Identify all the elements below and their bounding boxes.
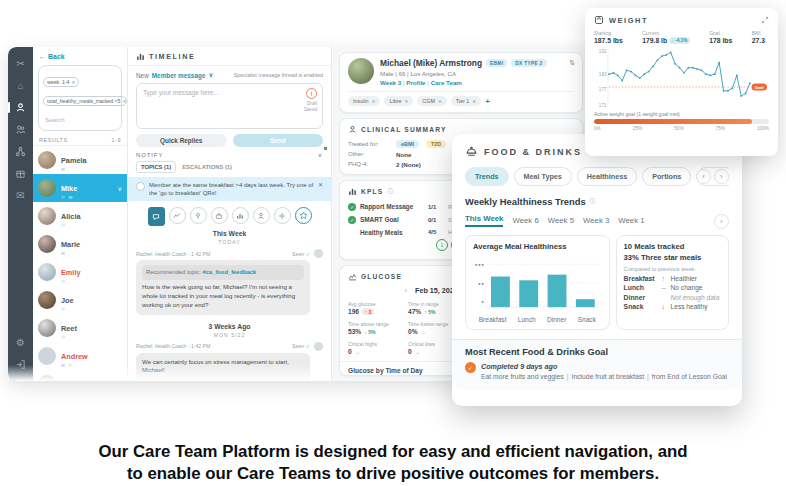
care-team-link[interactable]: Care Team [431, 79, 462, 86]
tab-trends[interactable]: Trends [465, 167, 509, 186]
message-type-dropdown[interactable]: Member message [152, 72, 206, 79]
tab-topics[interactable]: TOPICS (1) [136, 161, 176, 173]
message-input[interactable] [137, 84, 289, 128]
remove-icon[interactable]: ✕ [372, 99, 376, 104]
filter-chip[interactable]: week: 1-4✕ [43, 77, 79, 87]
settings-icon[interactable]: ⚙ [14, 336, 27, 349]
team-icon[interactable] [14, 123, 27, 136]
chevron-left-icon[interactable]: ‹ [405, 287, 407, 294]
member-row[interactable]: Reet⚐ [33, 314, 127, 342]
weight-goal-progress [594, 119, 769, 124]
coach-avatar [314, 342, 323, 351]
close-icon[interactable]: ✕ [318, 181, 323, 188]
info-icon[interactable]: ⓘ [387, 188, 393, 195]
star-filter-icon[interactable] [295, 207, 312, 224]
chevron-right-icon[interactable]: › [714, 169, 729, 184]
tag-chip[interactable]: CGM✕ [417, 96, 446, 106]
tab-escalations[interactable]: ESCALATIONS (1) [182, 164, 232, 170]
package-icon[interactable] [14, 167, 27, 180]
weight-stats-row: Starting187.5 lbs Current179.8 lb↓ -4.1%… [594, 30, 769, 44]
case-filter-icon[interactable] [211, 207, 228, 224]
chevron-down-icon[interactable]: ∨ [208, 71, 213, 79]
tab-meal-types[interactable]: Meal Types [514, 167, 572, 186]
member-meta-icons: ✉ [61, 251, 80, 256]
tag-chip[interactable]: Libre✕ [384, 96, 413, 106]
trend-filter-icon[interactable] [169, 207, 186, 224]
tools-icon[interactable]: ✂ [14, 57, 27, 70]
condition-pill: eBMI [396, 140, 419, 148]
draft-alert-icon: ! [306, 88, 317, 99]
timeline-group-heading: 3 Weeks Ago [128, 323, 331, 330]
tab-portions[interactable]: Portions [642, 167, 691, 186]
quick-replies-button[interactable]: Quick Replies [136, 134, 227, 147]
member-row[interactable]: Pamela✉ [33, 146, 127, 174]
member-row-selected[interactable]: Mike⚐ ✉∨ [33, 174, 127, 202]
tab-healthiness[interactable]: Healthiness [577, 167, 637, 186]
remove-icon[interactable]: ✕ [438, 99, 442, 104]
insight-filter-icon[interactable] [274, 207, 291, 224]
weight-icon [594, 15, 604, 25]
filter-box[interactable]: week: 1-4✕ total_healthy_meals_tracked <… [38, 65, 122, 131]
timeline-icon [136, 52, 145, 61]
home-icon[interactable]: ⌂ [14, 79, 27, 92]
expand-icon[interactable] [761, 16, 769, 24]
chevron-left-icon[interactable]: ‹ [714, 214, 729, 229]
comparison-row: DinnerNot enough data [624, 294, 721, 301]
sort-icon[interactable]: ⇅ [569, 59, 575, 67]
send-button[interactable]: Send [233, 134, 324, 147]
stats-filter-icon[interactable] [232, 207, 249, 224]
week-tab-this-week[interactable]: This Week [465, 214, 503, 227]
patient-header-card: ⇅ Michael (Mike) Armstrong EBMI DX TYPE … [339, 52, 583, 113]
app-nav-sidebar: ✂ ⌂ ✉ ⚙ [8, 47, 33, 381]
week-link[interactable]: Week 3 [380, 79, 401, 86]
chat-filter-icon[interactable] [148, 207, 165, 226]
message-bubble[interactable]: Recommended topic: #ca_food_feedback How… [136, 260, 310, 314]
avatar [38, 207, 56, 225]
profile-link[interactable]: Profile [406, 79, 425, 86]
member-row[interactable]: Marie✉ [33, 230, 127, 258]
mail-icon[interactable]: ✉ [14, 189, 27, 202]
timeline-filter-bar [128, 207, 331, 224]
svg-text:177: 177 [599, 87, 607, 92]
member-row[interactable]: Caleb✉ [33, 370, 127, 381]
add-tag-button[interactable]: + [485, 97, 490, 106]
member-icon[interactable] [14, 101, 27, 114]
notification-checkbox[interactable] [136, 182, 145, 191]
week-tab[interactable]: Week 5 [548, 216, 574, 225]
remove-icon[interactable]: ✕ [122, 99, 126, 104]
member-row[interactable]: Alicia⚐ [33, 202, 127, 230]
filter-chip[interactable]: total_healthy_meals_tracked <5✕ [43, 96, 127, 106]
chevron-down-icon[interactable]: ∨ [318, 152, 323, 158]
remove-icon[interactable]: ✕ [472, 99, 476, 104]
member-row[interactable]: Andrew✉ ⚐ [33, 342, 127, 370]
search-input[interactable] [43, 115, 114, 124]
info-icon[interactable]: ⓘ [590, 198, 596, 205]
back-button[interactable]: ← Back [33, 53, 127, 60]
weight-goal-fill [594, 119, 752, 124]
tag-chip[interactable]: Insulin✕ [348, 96, 380, 106]
topic-tag-link[interactable]: #ca_food_feedback [202, 269, 256, 275]
member-row[interactable]: Joe⚐ [33, 286, 127, 314]
notify-section-header[interactable]: NOTIFY ∨ [128, 147, 331, 160]
week-tab[interactable]: Week 1 [618, 216, 644, 225]
remove-icon[interactable]: ✕ [72, 80, 76, 85]
idea-filter-icon[interactable] [190, 207, 207, 224]
message-bubble[interactable]: We can certainly focus on stress managem… [136, 353, 310, 382]
notification-banner[interactable]: Member ate the same breakfast >4 days la… [128, 177, 331, 201]
member-filter-icon[interactable] [253, 207, 270, 224]
chevron-left-icon[interactable]: ‹ [696, 169, 711, 184]
week-tab[interactable]: Week 6 [512, 216, 538, 225]
member-row[interactable]: Emily⚐ [33, 258, 127, 286]
back-arrow-icon: ← [39, 53, 46, 60]
message-composer[interactable]: ! Draft Saved [136, 83, 323, 129]
tag-chip[interactable]: Tier 1✕ [451, 96, 481, 106]
chevron-down-icon[interactable]: ∨ [118, 185, 122, 192]
member-meta-icons: ✉ ⚐ [61, 363, 88, 368]
logout-icon[interactable] [14, 358, 27, 371]
network-icon[interactable] [14, 145, 27, 158]
unread-dot [324, 147, 327, 150]
patient-links: Week 3 | Profile | Care Team [380, 79, 547, 86]
week-tab[interactable]: Week 3 [583, 216, 609, 225]
check-icon: ✓ [348, 203, 356, 211]
remove-icon[interactable]: ✕ [404, 99, 408, 104]
